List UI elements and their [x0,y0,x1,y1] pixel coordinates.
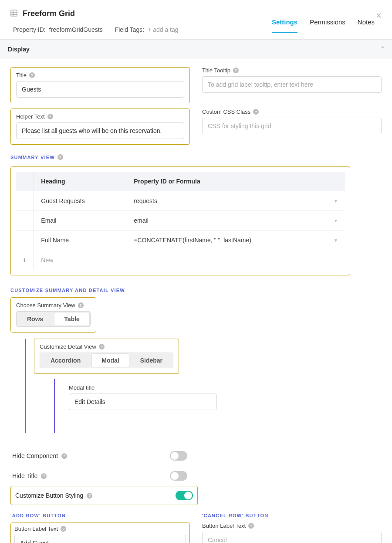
table-row[interactable]: Email email▼ [16,211,345,231]
field-tags-label: Field Tags: [115,26,144,33]
add-row-label-input[interactable] [14,535,186,543]
add-row-label-text: Button Label Text [14,526,58,532]
plus-icon: + [23,256,27,264]
cell-property-dropdown[interactable]: requests▼ [134,197,338,204]
help-icon[interactable]: ? [87,493,92,499]
help-icon[interactable]: ? [99,344,105,350]
cell-heading[interactable]: Guest Requests [34,191,127,211]
help-icon[interactable]: ? [233,68,239,73]
caret-down-icon: ▼ [334,238,338,243]
seg-sidebar[interactable]: Sidebar [130,353,173,368]
customize-detail-label: Customize Detail View [40,343,96,350]
add-tag-button[interactable]: + add a tag [148,26,178,33]
customize-button-styling-toggle[interactable] [176,491,193,500]
close-icon[interactable]: × [376,10,382,21]
help-icon[interactable]: ? [61,526,66,532]
add-row-section-title: 'ADD ROW' BUTTON [10,513,190,518]
title-input[interactable] [16,81,184,98]
seg-rows[interactable]: Rows [17,312,54,326]
cell-heading[interactable]: Email [34,211,127,231]
customize-view-heading: CUSTOMIZE SUMMARY AND DETAIL VIEW [10,288,125,293]
cancel-row-label-input[interactable] [202,532,382,543]
hide-component-toggle[interactable] [170,451,187,461]
property-id-label: Property ID: [13,26,46,33]
help-icon[interactable]: ? [61,453,67,459]
choose-summary-label: Choose Summary View [16,302,75,309]
help-icon[interactable]: ? [29,72,35,78]
tab-permissions[interactable]: Permissions [310,18,345,33]
col-heading: Heading [34,172,127,191]
title-label: Title [16,72,27,78]
section-title-display: Display [8,46,30,53]
modal-title-label: Modal title [69,384,95,391]
cell-property-dropdown[interactable]: email▼ [134,217,338,224]
seg-modal[interactable]: Modal [92,354,128,367]
cancel-row-label-text: Button Label Text [202,523,246,529]
title-tooltip-label: Title Tooltip [202,67,230,74]
summary-view-segmented: Rows Table [16,311,91,327]
customize-button-styling-label: Customize Button Styling [15,492,83,499]
modal-title-input[interactable] [69,394,217,410]
cell-property-dropdown[interactable]: =CONCATENATE(firstName, " ", lastName)▼ [134,237,338,244]
grid-icon [10,10,17,18]
summary-view-heading: SUMMARY VIEW [10,155,55,160]
svg-rect-0 [11,10,17,16]
help-icon[interactable]: ? [57,154,63,160]
caret-down-icon: ▼ [334,199,338,204]
caret-down-icon: ▼ [334,218,338,223]
help-icon[interactable]: ? [78,302,84,308]
chevron-up-icon: ˄ [381,46,384,53]
cell-heading[interactable]: Full Name [34,231,127,250]
hide-component-label: Hide Component [12,452,58,459]
summary-table: Heading Property ID or Formula Guest Req… [15,171,345,271]
hide-title-label: Hide Title [12,472,37,479]
css-class-label: Custom CSS Class [202,109,250,115]
table-new-row[interactable]: + New [16,250,345,271]
help-icon[interactable]: ? [47,114,53,119]
cancel-row-section-title: 'CANCEL ROW' BUTTON [202,513,382,518]
helper-text-input[interactable] [16,122,184,139]
help-icon[interactable]: ? [41,473,47,479]
table-corner [16,172,34,191]
page-title: Freeform Grid [23,9,75,18]
seg-accordion[interactable]: Accordion [40,353,91,368]
table-row[interactable]: Guest Requests requests▼ [16,191,345,211]
help-icon[interactable]: ? [248,523,254,529]
tab-settings[interactable]: Settings [272,18,297,33]
tab-notes[interactable]: Notes [358,18,375,33]
title-tooltip-input[interactable] [202,76,382,93]
property-id-value: freeformGridGuests [49,26,103,33]
new-row-label: New [34,250,345,271]
table-row[interactable]: Full Name =CONCATENATE(firstName, " ", l… [16,231,345,250]
seg-table[interactable]: Table [54,312,89,326]
hide-title-toggle[interactable] [170,471,187,481]
help-icon[interactable]: ? [253,109,259,115]
col-property: Property ID or Formula [127,172,345,191]
css-class-input[interactable] [202,118,382,134]
detail-view-segmented: Accordion Modal Sidebar [40,353,173,368]
section-header-display[interactable]: Display ˄ [0,39,392,59]
helper-text-label: Helper Text [16,113,45,120]
